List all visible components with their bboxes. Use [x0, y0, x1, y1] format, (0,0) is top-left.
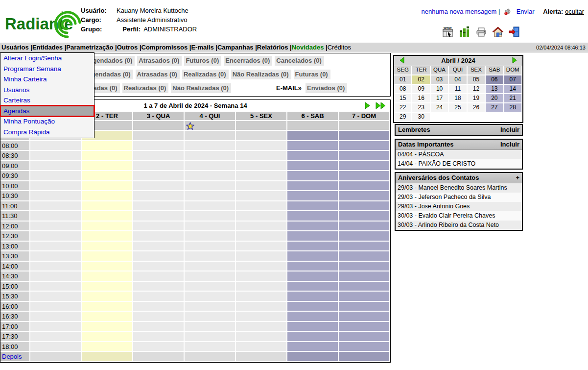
agenda-slot[interactable] [133, 352, 185, 362]
day-header-5[interactable]: 6 - SAB [287, 112, 339, 121]
mini-cal-day-13[interactable]: 13 [486, 85, 504, 94]
agenda-slot[interactable] [30, 171, 82, 181]
agenda-slot[interactable] [287, 231, 339, 242]
agenda-slot[interactable] [133, 332, 185, 342]
mini-cal-day-06[interactable]: 06 [486, 75, 504, 85]
agenda-slot[interactable] [236, 342, 287, 352]
agenda-slot[interactable] [133, 161, 185, 172]
agenda-slot[interactable] [287, 262, 339, 272]
megaphone-icon[interactable] [504, 8, 513, 17]
agenda-slot[interactable] [185, 292, 236, 302]
menubar-item-8[interactable]: Novidades [292, 44, 324, 51]
agenda-slot[interactable] [185, 141, 236, 151]
agenda-slot[interactable] [185, 201, 236, 212]
mini-cal-day-10[interactable]: 10 [431, 85, 449, 94]
menubar-item-3[interactable]: Outros [117, 44, 138, 51]
mini-cal-day-19[interactable]: 19 [468, 94, 486, 103]
agenda-slot[interactable] [82, 181, 133, 192]
www-browser-icon[interactable]: www [442, 25, 454, 38]
agenda-slot[interactable] [236, 262, 287, 272]
agenda-slot[interactable] [82, 312, 133, 322]
agenda-slot[interactable] [236, 151, 287, 161]
agenda-slot[interactable] [82, 251, 133, 262]
menubar-item-9[interactable]: Créditos [328, 44, 351, 51]
agenda-slot[interactable] [133, 151, 185, 161]
agenda-slot[interactable] [133, 342, 185, 352]
agenda-slot[interactable] [236, 141, 287, 151]
day-header-2[interactable]: 3 - QUA [133, 112, 185, 121]
agenda-slot[interactable] [339, 161, 390, 172]
agenda-slot[interactable] [82, 332, 133, 342]
agenda-slot[interactable] [287, 312, 339, 322]
agenda-slot[interactable] [185, 282, 236, 292]
agenda-slot[interactable] [185, 302, 236, 312]
star-icon[interactable] [185, 121, 236, 131]
agenda-slot[interactable] [287, 201, 339, 212]
agenda-slot[interactable] [185, 352, 236, 362]
dropdown-item-7[interactable]: Compra Rápida [0, 127, 94, 138]
agenda-slot[interactable] [30, 282, 82, 292]
agenda-slot[interactable] [82, 282, 133, 292]
agenda-slot[interactable] [287, 171, 339, 181]
agenda-slot[interactable] [287, 242, 339, 252]
agenda-slot[interactable] [185, 151, 236, 161]
agenda-slot[interactable] [339, 352, 390, 362]
mini-cal-day-30[interactable]: 30 [412, 113, 430, 122]
agenda-slot[interactable] [30, 161, 82, 172]
agenda-slot[interactable] [82, 141, 133, 151]
prev-month-icon[interactable] [399, 57, 405, 65]
agenda-slot[interactable] [339, 141, 390, 151]
agenda-slot[interactable] [339, 151, 390, 161]
agenda-slot[interactable] [185, 211, 236, 222]
agenda-slot[interactable] [30, 191, 82, 201]
agenda-slot[interactable] [339, 322, 390, 332]
agenda-slot[interactable] [82, 161, 133, 172]
next-month-icon[interactable] [512, 57, 517, 65]
agenda-slot[interactable] [185, 251, 236, 262]
agenda-slot[interactable] [236, 312, 287, 322]
mini-cal-day-26[interactable]: 26 [468, 103, 486, 113]
agenda-slot[interactable] [30, 312, 82, 322]
dropdown-item-5[interactable]: Agendas [0, 106, 94, 117]
agenda-slot[interactable] [339, 201, 390, 212]
mini-cal-day-08[interactable]: 08 [394, 85, 412, 94]
agenda-slot[interactable] [185, 262, 236, 272]
agenda-slot[interactable] [30, 322, 82, 332]
agenda-slot[interactable] [236, 271, 287, 282]
mini-cal-day-15[interactable]: 15 [394, 94, 412, 103]
agenda-slot[interactable] [287, 131, 339, 141]
dropdown-item-1[interactable]: Programar Semana [0, 64, 94, 74]
agenda-slot[interactable] [287, 282, 339, 292]
agenda-slot[interactable] [133, 242, 185, 252]
agenda-slot[interactable] [133, 251, 185, 262]
lembretes-incluir-button[interactable]: Incluir [500, 126, 519, 133]
agenda-slot[interactable] [236, 332, 287, 342]
next-week-icon[interactable] [364, 102, 371, 111]
agenda-slot[interactable] [133, 231, 185, 242]
agenda-slot[interactable] [133, 302, 185, 312]
mini-cal-day-25[interactable]: 25 [449, 103, 467, 113]
mini-cal-day-24[interactable]: 24 [431, 103, 449, 113]
agenda-slot[interactable] [30, 332, 82, 342]
menubar-item-0[interactable]: Usuários [1, 44, 29, 51]
mini-cal-day-11[interactable]: 11 [449, 85, 467, 94]
agenda-slot[interactable] [287, 352, 339, 362]
mini-cal-day-03[interactable]: 03 [431, 75, 449, 85]
agenda-slot[interactable] [339, 262, 390, 272]
agenda-slot[interactable] [339, 332, 390, 342]
dropdown-item-3[interactable]: Usuários [0, 85, 94, 96]
agenda-slot[interactable] [236, 201, 287, 212]
agenda-slot[interactable] [82, 242, 133, 252]
dropdown-item-6[interactable]: Minha Pontuação [0, 116, 94, 127]
agenda-slot[interactable] [133, 271, 185, 282]
agenda-slot[interactable] [133, 322, 185, 332]
no-new-messages-link[interactable]: nenhuma nova mensagem [421, 8, 496, 15]
printer-icon[interactable] [475, 25, 487, 38]
agenda-slot[interactable] [236, 181, 287, 192]
agenda-slot[interactable] [287, 322, 339, 332]
agenda-slot[interactable] [185, 222, 236, 232]
agenda-slot[interactable] [82, 191, 133, 201]
agenda-slot[interactable] [133, 312, 185, 322]
agenda-slot[interactable] [339, 191, 390, 201]
day-header-3[interactable]: 4 - QUI [185, 112, 236, 121]
